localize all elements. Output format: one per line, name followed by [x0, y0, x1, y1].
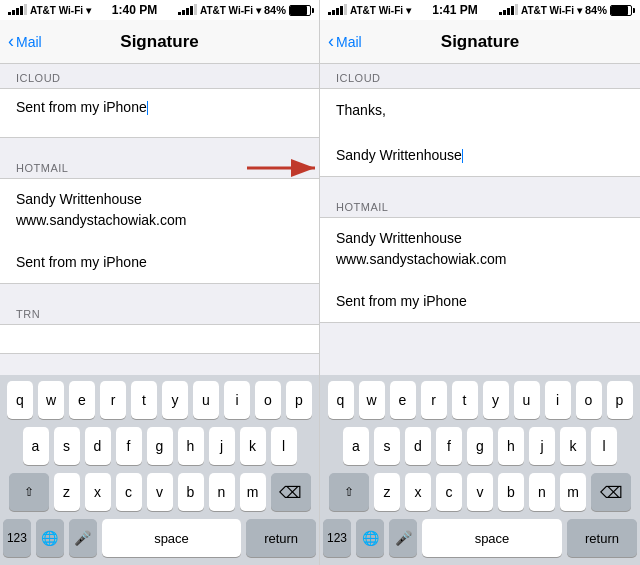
text-cursor-left: [147, 101, 149, 115]
key-g-left[interactable]: g: [147, 427, 173, 465]
key-v-right[interactable]: v: [467, 473, 493, 511]
key-p-right[interactable]: p: [607, 381, 633, 419]
key-q-left[interactable]: q: [7, 381, 33, 419]
key-o-left[interactable]: o: [255, 381, 281, 419]
key-v-left[interactable]: v: [147, 473, 173, 511]
key-c-right[interactable]: c: [436, 473, 462, 511]
key-u-left[interactable]: u: [193, 381, 219, 419]
key-s-left[interactable]: s: [54, 427, 80, 465]
key-d-left[interactable]: d: [85, 427, 111, 465]
key-n-left[interactable]: n: [209, 473, 235, 511]
back-button-right[interactable]: ‹ Mail: [328, 31, 362, 52]
key-i-right[interactable]: i: [545, 381, 571, 419]
text-cursor-right: [462, 149, 464, 163]
page-title-left: Signature: [120, 32, 198, 52]
signature-trn-left[interactable]: [0, 324, 319, 354]
signature-hotmail-left[interactable]: Sandy Writtenhousewww.sandystachowiak.co…: [0, 178, 319, 284]
keyboard-row-1-right: q w e r t y u i o p: [323, 381, 637, 419]
keyboard-row-4-right: 123 🌐 🎤 space return: [323, 519, 637, 557]
return-key-left[interactable]: return: [246, 519, 316, 557]
key-k-right[interactable]: k: [560, 427, 586, 465]
carrier2-right: AT&T Wi-Fi: [521, 5, 574, 16]
key-z-left[interactable]: z: [54, 473, 80, 511]
right-icons-left: AT&T Wi-Fi ▾ 84%: [178, 4, 311, 16]
key-f-right[interactable]: f: [436, 427, 462, 465]
wifi2-icon-right: ▾: [577, 5, 582, 16]
key-i-left[interactable]: i: [224, 381, 250, 419]
signature-text-icloud-right: Thanks,Sandy Writtenhouse: [336, 102, 462, 163]
back-label-left[interactable]: Mail: [16, 34, 42, 50]
key-m-left[interactable]: m: [240, 473, 266, 511]
key-u-right[interactable]: u: [514, 381, 540, 419]
keyboard-row-3-left: ⇧ z x c v b n m ⌫: [3, 473, 316, 511]
carrier2-left: AT&T Wi-Fi: [200, 5, 253, 16]
delete-key-left[interactable]: ⌫: [271, 473, 311, 511]
key-w-left[interactable]: w: [38, 381, 64, 419]
key-o-right[interactable]: o: [576, 381, 602, 419]
key-m-right[interactable]: m: [560, 473, 586, 511]
keyboard-row-3-right: ⇧ z x c v b n m ⌫: [323, 473, 637, 511]
keyboard-row-2-right: a s d f g h j k l: [323, 427, 637, 465]
signature-icloud-left[interactable]: Sent from my iPhone: [0, 88, 319, 138]
chevron-left-icon: ‹: [8, 31, 14, 52]
key-mic-left[interactable]: 🎤: [69, 519, 97, 557]
key-l-left[interactable]: l: [271, 427, 297, 465]
key-b-left[interactable]: b: [178, 473, 204, 511]
key-s-right[interactable]: s: [374, 427, 400, 465]
key-r-left[interactable]: r: [100, 381, 126, 419]
wifi-icon-left: ▾: [86, 5, 91, 16]
key-123-right[interactable]: 123: [323, 519, 351, 557]
signature-icloud-right[interactable]: Thanks,Sandy Writtenhouse: [320, 88, 640, 177]
battery-icon-right: [610, 5, 632, 16]
space-key-left[interactable]: space: [102, 519, 242, 557]
key-123-left[interactable]: 123: [3, 519, 31, 557]
key-p-left[interactable]: p: [286, 381, 312, 419]
key-c-left[interactable]: c: [116, 473, 142, 511]
key-e-left[interactable]: e: [69, 381, 95, 419]
key-r-right[interactable]: r: [421, 381, 447, 419]
battery-icon-left: [289, 5, 311, 16]
key-x-left[interactable]: x: [85, 473, 111, 511]
delete-key-right[interactable]: ⌫: [591, 473, 631, 511]
key-k-left[interactable]: k: [240, 427, 266, 465]
keyboard-right: q w e r t y u i o p a s d f g h j k l ⇧ …: [320, 375, 640, 565]
return-key-right[interactable]: return: [567, 519, 637, 557]
key-j-left[interactable]: j: [209, 427, 235, 465]
time-left: 1:40 PM: [112, 3, 157, 17]
key-w-right[interactable]: w: [359, 381, 385, 419]
key-t-right[interactable]: t: [452, 381, 478, 419]
nav-bar-left: ‹ Mail Signature: [0, 20, 319, 64]
chevron-right-icon: ‹: [328, 31, 334, 52]
space-key-right[interactable]: space: [422, 519, 562, 557]
key-j-right[interactable]: j: [529, 427, 555, 465]
key-q-right[interactable]: q: [328, 381, 354, 419]
wifi-icon-right: ▾: [406, 5, 411, 16]
shift-key-left[interactable]: ⇧: [9, 473, 49, 511]
left-panel: AT&T Wi-Fi ▾ 1:40 PM AT&T Wi-Fi ▾ 84% ‹ …: [0, 0, 320, 565]
back-button-left[interactable]: ‹ Mail: [8, 31, 42, 52]
back-label-right[interactable]: Mail: [336, 34, 362, 50]
key-g-right[interactable]: g: [467, 427, 493, 465]
key-y-left[interactable]: y: [162, 381, 188, 419]
key-h-right[interactable]: h: [498, 427, 524, 465]
key-f-left[interactable]: f: [116, 427, 142, 465]
key-a-left[interactable]: a: [23, 427, 49, 465]
signature-hotmail-right[interactable]: Sandy Writtenhousewww.sandystachowiak.co…: [320, 217, 640, 323]
carrier-left: AT&T Wi-Fi ▾: [8, 5, 91, 16]
key-n-right[interactable]: n: [529, 473, 555, 511]
key-b-right[interactable]: b: [498, 473, 524, 511]
key-h-left[interactable]: h: [178, 427, 204, 465]
key-l-right[interactable]: l: [591, 427, 617, 465]
key-x-right[interactable]: x: [405, 473, 431, 511]
right-icons-right: AT&T Wi-Fi ▾ 84%: [499, 4, 632, 16]
shift-key-right[interactable]: ⇧: [329, 473, 369, 511]
key-mic-right[interactable]: 🎤: [389, 519, 417, 557]
key-y-right[interactable]: y: [483, 381, 509, 419]
key-t-left[interactable]: t: [131, 381, 157, 419]
key-e-right[interactable]: e: [390, 381, 416, 419]
key-emoji-right[interactable]: 🌐: [356, 519, 384, 557]
key-z-right[interactable]: z: [374, 473, 400, 511]
key-d-right[interactable]: d: [405, 427, 431, 465]
key-emoji-left[interactable]: 🌐: [36, 519, 64, 557]
key-a-right[interactable]: a: [343, 427, 369, 465]
